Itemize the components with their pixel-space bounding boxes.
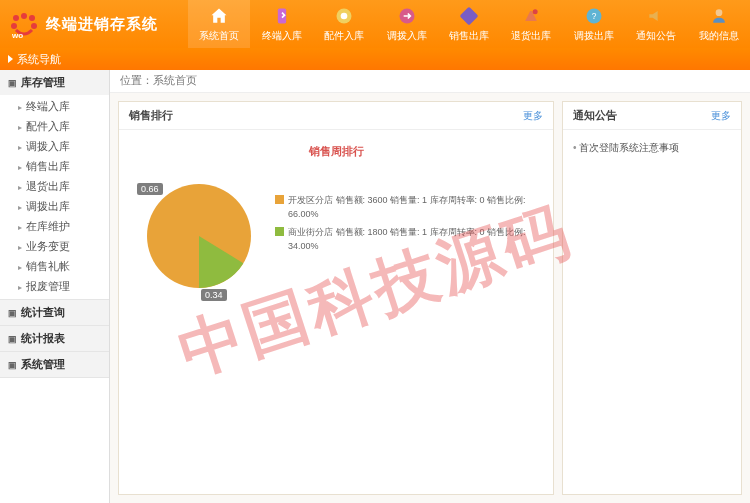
panel-body: 销售周排行 0.66 0.34 bbox=[119, 130, 553, 315]
nav-sales-out[interactable]: 销售出库 bbox=[438, 0, 500, 48]
group-title: 统计查询 bbox=[21, 305, 65, 320]
nav-label: 销售出库 bbox=[449, 29, 489, 43]
subnav-label: 系统导航 bbox=[17, 52, 61, 67]
content-body: 销售排行 更多 销售周排行 0.66 0.34 bbox=[110, 93, 750, 503]
megaphone-icon bbox=[645, 5, 667, 27]
user-icon bbox=[708, 5, 730, 27]
notice-panel: 通知公告 更多 首次登陆系统注意事项 bbox=[562, 101, 742, 495]
group-title: 库存管理 bbox=[21, 75, 65, 90]
slice-label-0: 0.66 bbox=[137, 183, 163, 195]
home-icon bbox=[208, 5, 230, 27]
svg-point-4 bbox=[31, 23, 37, 29]
app-header: wo 终端进销存系统 系统首页 终端入库 配件入库 调拨入库 销售出库 退货出库 bbox=[0, 0, 750, 48]
chart-area: 0.66 0.34 开发区分店 销售额: 3600 销售量: 1 库存周转率: … bbox=[129, 165, 543, 307]
sidebar-head-reports[interactable]: ▣统计报表 bbox=[0, 326, 109, 351]
svg-point-1 bbox=[21, 13, 27, 19]
svg-text:?: ? bbox=[592, 11, 597, 21]
sidebar-item[interactable]: 销售礼帐 bbox=[0, 257, 109, 277]
legend-text-0: 开发区分店 销售额: 3600 销售量: 1 库存周转率: 0 销售比例: 66… bbox=[288, 193, 543, 222]
nav-parts-in[interactable]: 配件入库 bbox=[313, 0, 375, 48]
sidebar-group-system: ▣系统管理 bbox=[0, 352, 109, 378]
sidebar-head-inventory[interactable]: ▣库存管理 bbox=[0, 70, 109, 95]
sidebar-group-reports: ▣统计报表 bbox=[0, 326, 109, 352]
nav-transfer-out[interactable]: ? 调拨出库 bbox=[563, 0, 625, 48]
sidebar-head-stats[interactable]: ▣统计查询 bbox=[0, 300, 109, 325]
nav-label: 我的信息 bbox=[699, 29, 739, 43]
sidebar-head-system[interactable]: ▣系统管理 bbox=[0, 352, 109, 377]
nav-profile[interactable]: 我的信息 bbox=[688, 0, 750, 48]
svg-point-3 bbox=[11, 23, 17, 29]
nav-label: 终端入库 bbox=[262, 29, 302, 43]
breadcrumb-prefix: 位置： bbox=[120, 74, 153, 86]
nav-label: 通知公告 bbox=[636, 29, 676, 43]
sub-header: 系统导航 bbox=[0, 48, 750, 70]
chart-legend: 开发区分店 销售额: 3600 销售量: 1 库存周转率: 0 销售比例: 66… bbox=[275, 193, 543, 257]
nav-home[interactable]: 系统首页 bbox=[188, 0, 250, 48]
content: 位置：系统首页 销售排行 更多 销售周排行 0 bbox=[110, 70, 750, 503]
collapse-icon: ▣ bbox=[8, 334, 17, 344]
transfer-in-icon bbox=[396, 5, 418, 27]
sidebar-group-stats: ▣统计查询 bbox=[0, 300, 109, 326]
panel-body: 首次登陆系统注意事项 bbox=[563, 130, 741, 166]
nav-label: 配件入库 bbox=[324, 29, 364, 43]
nav-return-out[interactable]: 退货出库 bbox=[500, 0, 562, 48]
sidebar-item[interactable]: 在库维护 bbox=[0, 217, 109, 237]
collapse-icon: ▣ bbox=[8, 360, 17, 370]
panel-head: 销售排行 更多 bbox=[119, 102, 553, 130]
collapse-icon: ▣ bbox=[8, 308, 17, 318]
collapse-icon: ▣ bbox=[8, 78, 17, 88]
svg-rect-6 bbox=[277, 9, 285, 24]
svg-point-0 bbox=[13, 15, 19, 21]
sidebar-item[interactable]: 业务变更 bbox=[0, 237, 109, 257]
parts-icon bbox=[333, 5, 355, 27]
nav-label: 调拨出库 bbox=[574, 29, 614, 43]
sidebar-item[interactable]: 调拨入库 bbox=[0, 137, 109, 157]
nav-label: 退货出库 bbox=[511, 29, 551, 43]
panel-head: 通知公告 更多 bbox=[563, 102, 741, 130]
legend-swatch-icon bbox=[275, 195, 284, 204]
breadcrumb: 位置：系统首页 bbox=[110, 70, 750, 93]
more-link[interactable]: 更多 bbox=[711, 109, 731, 123]
legend-swatch-icon bbox=[275, 227, 284, 236]
legend-row-1: 商业街分店 销售额: 1800 销售量: 1 库存周转率: 0 销售比例: 34… bbox=[275, 225, 543, 254]
sidebar-item[interactable]: 配件入库 bbox=[0, 117, 109, 137]
notice-item[interactable]: 首次登陆系统注意事项 bbox=[573, 138, 731, 158]
sales-icon bbox=[458, 5, 480, 27]
sidebar-item[interactable]: 报废管理 bbox=[0, 277, 109, 297]
panel-title: 销售排行 bbox=[129, 108, 173, 123]
slice-label-1: 0.34 bbox=[201, 289, 227, 301]
svg-rect-10 bbox=[460, 7, 479, 26]
sidebar-item[interactable]: 调拨出库 bbox=[0, 197, 109, 217]
group-title: 系统管理 bbox=[21, 357, 65, 372]
svg-text:wo: wo bbox=[11, 31, 23, 38]
device-in-icon bbox=[271, 5, 293, 27]
return-icon bbox=[520, 5, 542, 27]
breadcrumb-value: 系统首页 bbox=[153, 74, 197, 86]
legend-row-0: 开发区分店 销售额: 3600 销售量: 1 库存周转率: 0 销售比例: 66… bbox=[275, 193, 543, 222]
sidebar-group-inventory: ▣库存管理 终端入库 配件入库 调拨入库 销售出库 退货出库 调拨出库 在库维护… bbox=[0, 70, 109, 300]
panel-title: 通知公告 bbox=[573, 108, 617, 123]
sidebar-item[interactable]: 终端入库 bbox=[0, 97, 109, 117]
group-title: 统计报表 bbox=[21, 331, 65, 346]
svg-point-11 bbox=[533, 9, 538, 14]
nav-label: 调拨入库 bbox=[387, 29, 427, 43]
pie-chart: 0.66 0.34 bbox=[129, 165, 269, 307]
main-area: ▣库存管理 终端入库 配件入库 调拨入库 销售出库 退货出库 调拨出库 在库维护… bbox=[0, 70, 750, 503]
nav-notice[interactable]: 通知公告 bbox=[625, 0, 687, 48]
nav-terminal-in[interactable]: 终端入库 bbox=[250, 0, 312, 48]
subnav-toggle[interactable]: 系统导航 bbox=[0, 52, 110, 67]
sales-rank-panel: 销售排行 更多 销售周排行 0.66 0.34 bbox=[118, 101, 554, 495]
sidebar-item[interactable]: 退货出库 bbox=[0, 177, 109, 197]
sidebar-item[interactable]: 销售出库 bbox=[0, 157, 109, 177]
transfer-out-icon: ? bbox=[583, 5, 605, 27]
logo-area: wo 终端进销存系统 bbox=[0, 10, 188, 38]
system-title: 终端进销存系统 bbox=[46, 15, 158, 34]
more-link[interactable]: 更多 bbox=[523, 109, 543, 123]
chart-title: 销售周排行 bbox=[129, 144, 543, 159]
svg-point-8 bbox=[341, 13, 348, 20]
legend-text-1: 商业街分店 销售额: 1800 销售量: 1 库存周转率: 0 销售比例: 34… bbox=[288, 225, 543, 254]
nav-transfer-in[interactable]: 调拨入库 bbox=[375, 0, 437, 48]
svg-point-14 bbox=[715, 9, 722, 16]
svg-point-2 bbox=[29, 15, 35, 21]
nav-label: 系统首页 bbox=[199, 29, 239, 43]
